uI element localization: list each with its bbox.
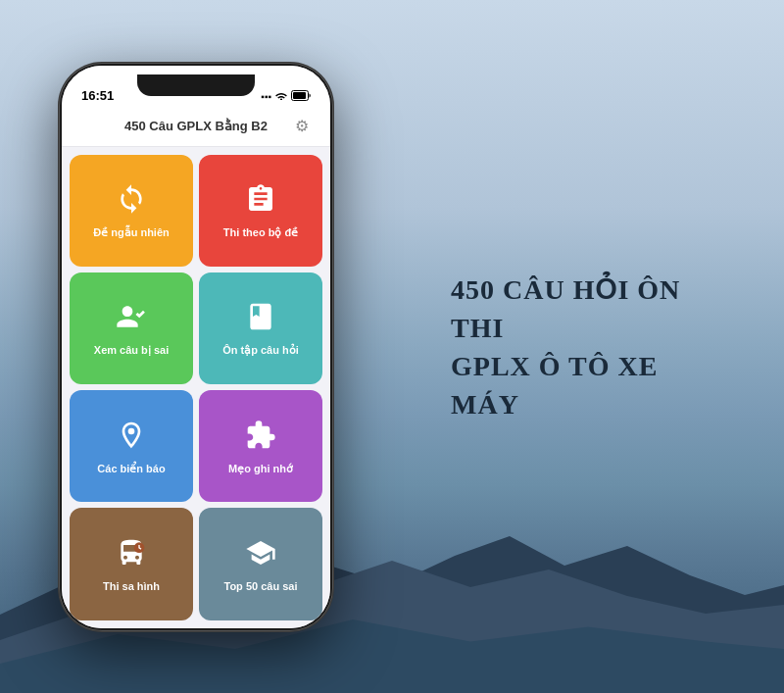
puzzle-icon (245, 420, 276, 455)
refresh-icon (116, 183, 147, 219)
status-icons: ▪▪▪ (261, 90, 311, 103)
promo-line1: 450 CÂU HỎI ÔN THI (451, 273, 680, 342)
svg-point-2 (128, 427, 135, 434)
menu-item-label-thi-sa-hinh: Thi sa hình (103, 580, 160, 593)
app-title: 450 Câu GPLX Bằng B2 (97, 119, 295, 133)
phone-notch (137, 74, 255, 96)
menu-item-meo-ghi-nho[interactable]: Mẹo ghi nhớ (199, 390, 322, 502)
menu-item-thi-theo-bo-de[interactable]: Thi theo bộ đề (199, 155, 322, 267)
wifi-icon (275, 90, 287, 102)
screen-content: 450 Câu GPLX Bằng B2 ⚙ Đề ngẫu nhiênThi … (62, 109, 330, 628)
menu-item-thi-sa-hinh[interactable]: Thi sa hình (70, 508, 193, 619)
menu-item-label-de-ngau-nhien: Đề ngẫu nhiên (93, 226, 170, 239)
menu-item-cac-bien-bao[interactable]: Các biển báo (70, 390, 193, 502)
menu-grid: Đề ngẫu nhiênThi theo bộ đềXem câu bị sa… (62, 147, 330, 628)
menu-item-label-meo-ghi-nho: Mẹo ghi nhớ (228, 463, 293, 475)
app-header: 450 Câu GPLX Bằng B2 ⚙ (62, 109, 330, 147)
menu-item-on-tap-cau-hoi[interactable]: Ôn tập câu hỏi (199, 272, 322, 384)
menu-item-label-cac-bien-bao: Các biển báo (97, 463, 165, 475)
graduate-icon (245, 537, 276, 572)
battery-icon (291, 90, 311, 103)
promo-line2: GPLX Ô TÔ XE MÁY (451, 351, 658, 420)
phone-screen: 16:51 ▪▪▪ (62, 66, 330, 628)
book-icon (245, 301, 276, 336)
settings-gear-icon[interactable]: ⚙ (295, 117, 315, 136)
menu-item-de-ngau-nhien[interactable]: Đề ngẫu nhiên (70, 155, 193, 267)
menu-item-label-thi-theo-bo-de: Thi theo bộ đề (223, 226, 298, 239)
traffic-icon (116, 420, 147, 455)
status-time: 16:51 (81, 88, 114, 103)
menu-item-top-50-cau-sai[interactable]: Top 50 câu sai (199, 508, 322, 619)
signal-icon: ▪▪▪ (261, 91, 271, 102)
menu-item-xem-cau-bi-sai[interactable]: Xem câu bị sai (70, 272, 193, 384)
promo-text-block: 450 CÂU HỎI ÔN THI GPLX Ô TÔ XE MÁY (451, 270, 725, 423)
bus-clock-icon (116, 537, 147, 572)
menu-item-label-on-tap-cau-hoi: Ôn tập câu hỏi (222, 344, 299, 357)
svg-rect-1 (293, 92, 306, 99)
person-check-icon (116, 301, 147, 336)
menu-item-label-top-50-cau-sai: Top 50 câu sai (224, 580, 298, 593)
phone-frame: 16:51 ▪▪▪ (59, 63, 333, 631)
phone-device: 16:51 ▪▪▪ (59, 63, 333, 631)
clipboard-icon (245, 183, 276, 219)
menu-item-label-xem-cau-bi-sai: Xem câu bị sai (94, 344, 169, 357)
